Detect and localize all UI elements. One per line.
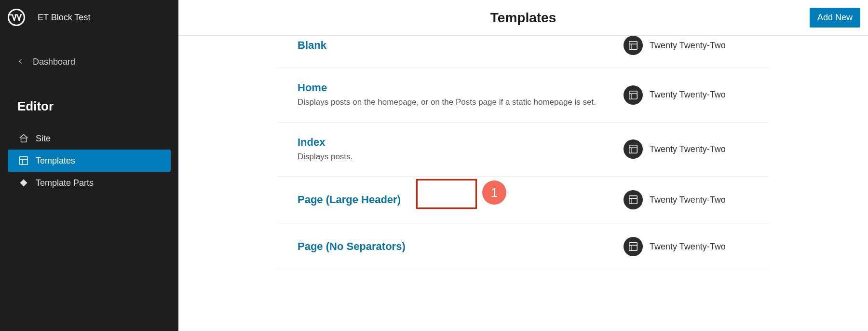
theme-name: Twenty Twenty-Two — [650, 144, 726, 154]
template-link-blank[interactable]: Blank — [298, 39, 614, 52]
editor-heading: Editor — [0, 99, 178, 114]
sidebar: ET Block Test Dashboard Editor Site Temp… — [0, 0, 178, 331]
template-link-page-large-header[interactable]: Page (Large Header) — [298, 193, 614, 206]
theme-cell: Twenty Twenty-Two — [624, 190, 749, 209]
layout-icon — [624, 237, 643, 256]
theme-name: Twenty Twenty-Two — [650, 90, 726, 100]
back-link-label: Dashboard — [33, 57, 75, 67]
templates-table: Blank Twenty Twenty-Two Home Displays po… — [277, 36, 769, 270]
wp-logo-icon[interactable] — [8, 9, 25, 26]
svg-rect-10 — [629, 91, 637, 99]
svg-point-0 — [9, 10, 25, 26]
topbar: Templates Add New — [178, 0, 868, 36]
sidebar-nav: Site Templates Template Parts — [0, 127, 178, 194]
layout-icon — [624, 85, 643, 105]
theme-cell: Twenty Twenty-Two — [624, 237, 749, 256]
sidebar-item-label: Site — [36, 134, 51, 144]
theme-name: Twenty Twenty-Two — [650, 41, 726, 51]
template-link-home[interactable]: Home — [298, 82, 614, 94]
theme-cell: Twenty Twenty-Two — [624, 139, 749, 159]
svg-rect-5 — [21, 180, 27, 186]
chevron-left-icon — [17, 57, 24, 67]
back-to-dashboard-link[interactable]: Dashboard — [0, 51, 178, 73]
theme-name: Twenty Twenty-Two — [650, 195, 726, 205]
layout-icon — [624, 36, 643, 55]
layout-icon — [624, 190, 643, 209]
sidebar-item-label: Template Parts — [36, 178, 94, 188]
theme-cell: Twenty Twenty-Two — [624, 36, 749, 55]
sidebar-header: ET Block Test — [0, 0, 178, 35]
svg-rect-16 — [629, 196, 637, 204]
home-icon — [18, 133, 29, 144]
svg-rect-19 — [629, 243, 637, 251]
layout-icon — [18, 155, 29, 166]
theme-name: Twenty Twenty-Two — [650, 242, 726, 252]
site-title: ET Block Test — [38, 13, 90, 23]
theme-cell: Twenty Twenty-Two — [624, 85, 749, 105]
svg-rect-1 — [21, 138, 27, 142]
sidebar-item-template-parts[interactable]: Template Parts — [8, 172, 171, 194]
template-link-index[interactable]: Index — [298, 136, 614, 149]
add-new-button[interactable]: Add New — [810, 8, 860, 28]
main-region: Templates Add New Blank Twenty Twenty-Tw… — [178, 0, 868, 331]
table-row: Page (No Separators) Twenty Twenty-Two — [277, 223, 769, 270]
template-description: Displays posts on the homepage, or on th… — [298, 96, 614, 109]
table-row: Blank Twenty Twenty-Two — [277, 36, 769, 68]
template-description: Displays posts. — [298, 151, 614, 163]
table-row: Home Displays posts on the homepage, or … — [277, 68, 769, 123]
sidebar-item-label: Templates — [36, 156, 75, 166]
template-link-page-no-separators[interactable]: Page (No Separators) — [298, 240, 614, 253]
diamond-icon — [18, 178, 29, 188]
content-area: Blank Twenty Twenty-Two Home Displays po… — [178, 36, 868, 331]
page-title: Templates — [490, 10, 556, 26]
svg-rect-13 — [629, 145, 637, 153]
layout-icon — [624, 139, 643, 159]
sidebar-item-templates[interactable]: Templates — [8, 150, 171, 172]
svg-rect-7 — [629, 41, 637, 50]
table-row: Page (Large Header) Twenty Twenty-Two — [277, 177, 769, 223]
svg-rect-2 — [20, 157, 28, 165]
sidebar-item-site[interactable]: Site — [8, 127, 171, 150]
table-row: Index Displays posts. Twenty Twenty-Two — [277, 123, 769, 177]
